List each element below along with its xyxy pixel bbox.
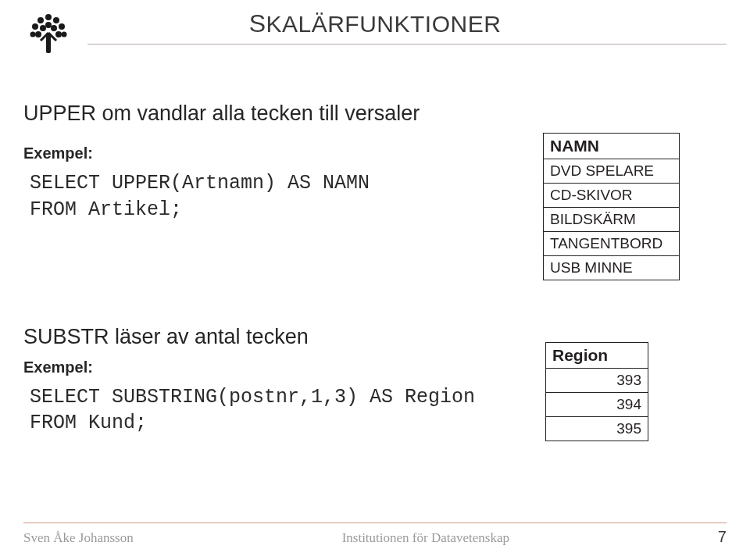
table-row: 394 (546, 393, 648, 417)
footer-row: Sven Åke Johansson Institutionen för Dat… (23, 528, 727, 546)
region-header: Region (546, 343, 648, 369)
slide-body: UPPER om vandlar alla tecken till versal… (23, 94, 727, 498)
slide: SKALÄRFUNKTIONER UPPER om vandlar alla t… (0, 0, 750, 560)
footer-page-number: 7 (718, 528, 727, 546)
slide-title: SKALÄRFUNKTIONER (23, 9, 727, 38)
section1-intro: UPPER om vandlar alla tecken till versal… (23, 102, 727, 126)
slide-footer: Sven Åke Johansson Institutionen för Dat… (23, 523, 727, 546)
table-row: 395 (546, 417, 648, 441)
namn-header: NAMN (544, 134, 680, 159)
result-table-region: Region 393 394 395 (545, 342, 648, 441)
table-row: CD-SKIVOR (544, 184, 680, 208)
title-rule (88, 44, 727, 45)
table-row: 393 (546, 369, 648, 393)
table-row: USB MINNE (544, 256, 680, 280)
footer-author: Sven Åke Johansson (23, 530, 134, 546)
result-table-namn: NAMN DVD SPELARE CD-SKIVOR BILDSKÄRM TAN… (543, 133, 680, 280)
slide-header: SKALÄRFUNKTIONER (23, 11, 727, 58)
table-row: TANGENTBORD (544, 232, 680, 256)
table-row: BILDSKÄRM (544, 208, 680, 232)
footer-institution: Institutionen för Datavetenskap (342, 530, 509, 546)
table-row: DVD SPELARE (544, 159, 680, 184)
footer-rule (23, 523, 727, 523)
